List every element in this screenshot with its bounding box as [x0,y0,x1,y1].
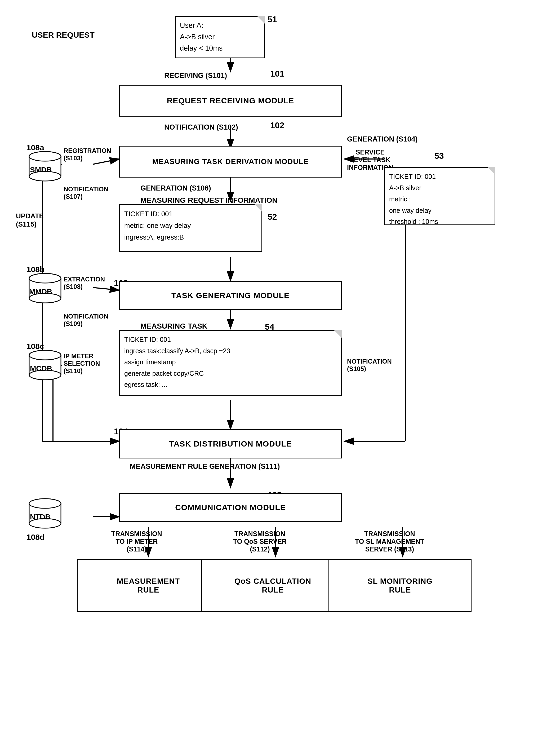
ref-53: 53 [435,151,444,161]
diagram: 51 User A: A->B silver delay < 10ms USER… [0,0,560,742]
measuring-task-title: MEASURING TASK [141,322,208,330]
svg-point-48 [29,499,61,508]
note-51: User A: A->B silver delay < 10ms [175,16,265,58]
measuring-task-derivation: MEASURING TASK DERIVATION MODULE [119,146,342,177]
ref-51: 51 [268,14,277,24]
mcdb-label: MCDB [30,364,52,373]
svg-point-42 [29,350,61,360]
generation-s106: GENERATION (S106) [141,184,211,193]
transmission-qos: TRANSMISSION TO QoS SERVER (S112) [233,530,287,553]
smdb-label: SMDB [30,166,52,174]
measurement-rule-box: MEASUREMENT RULE [77,559,220,612]
svg-point-36 [29,273,61,283]
measurement-rule-gen: MEASUREMENT RULE GENERATION (S111) [130,463,280,471]
ref-108b: 108b [26,265,45,274]
notification-s102: NOTIFICATION (S102) [164,123,238,131]
ref-52: 52 [268,212,277,222]
communication-module: COMMUNICATION MODULE [119,493,342,522]
ref-108d: 108d [26,533,45,542]
mmdb-label: MMDB [29,287,52,296]
notification-s105: NOTIFICATION (S105) [347,358,392,373]
note-54: TICKET ID: 001 ingress task:classify A->… [119,330,342,396]
notification-s107: NOTIFICATION (S107) [64,186,108,200]
notification-s109: NOTIFICATION (S109) [64,313,108,327]
note-52-content: TICKET ID: 001 metric: one way delay ing… [124,208,257,243]
ref-101: 101 [270,69,284,79]
transmission-ip-meter: TRANSMISSION TO IP METER (S114) [111,530,162,553]
ip-meter-selection: IP METER SELECTION (S110) [64,353,100,375]
ntdb-label: NTDB [30,513,51,521]
svg-point-30 [29,152,61,161]
sl-monitoring-rule-box: SL MONITORING RULE [329,559,471,612]
qos-calc-rule-box: QoS CALCULATION RULE [201,559,344,612]
note-53: TICKET ID: 001 A->B silver metric : one … [384,167,495,225]
ref-102: 102 [270,120,284,130]
transmission-sl: TRANSMISSION TO SL MANAGEMENT SERVER (S1… [355,530,425,553]
generation-s104: GENERATION (S104) [347,135,418,143]
task-generating-module: TASK GENERATING MODULE [119,281,342,310]
measuring-request-info-title: MEASURING REQUEST INFORMATION [141,196,277,205]
update-s115: UPDATE (S115) [16,212,44,228]
ref-108a: 108a [26,143,44,152]
note-54-content: TICKET ID: 001 ingress task:classify A->… [124,334,337,390]
extraction-s108: EXTRACTION (S108) [64,276,105,290]
receiving-label: RECEIVING (S101) [164,71,227,80]
task-distribution-module: TASK DISTRIBUTION MODULE [119,429,342,459]
note-51-content: User A: A->B silver delay < 10ms [180,20,260,54]
note-52: TICKET ID: 001 metric: one way delay ing… [119,204,262,252]
request-receiving-module: REQUEST RECEIVING MODULE [119,85,342,117]
registration-s103: REGISTRATION (S103) [64,147,111,162]
ref-108c: 108c [26,342,44,351]
note-53-content: TICKET ID: 001 A->B silver metric : one … [389,171,490,227]
user-request-label: USER REQUEST [32,31,95,40]
